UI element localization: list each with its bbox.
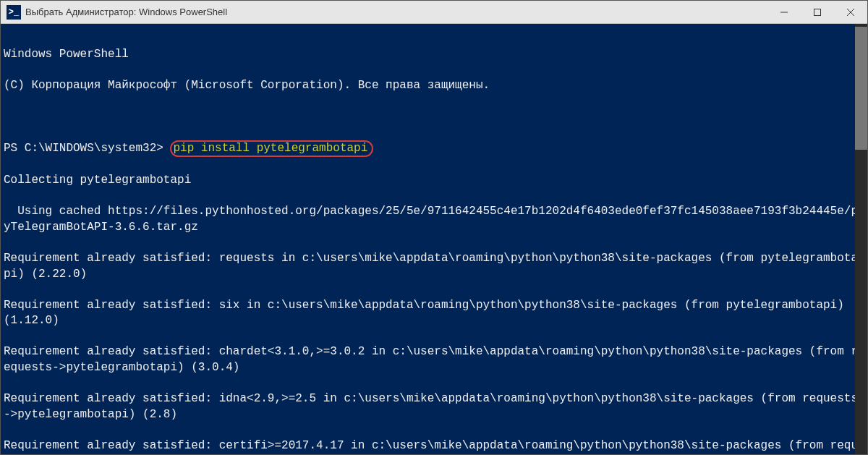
prompt-prefix: PS C:\WINDOWS\system32> [4,142,170,155]
output-line: Requirement already satisfied: idna<2.9,… [4,391,864,422]
window-title: Выбрать Администратор: Windows PowerShel… [25,7,767,17]
powershell-icon: >_ [7,5,21,20]
close-button[interactable] [834,1,867,24]
minimize-button[interactable] [767,1,801,24]
scroll-thumb[interactable] [855,27,867,150]
command-highlight: pip install pytelegrambotapi [170,140,373,157]
scrollbar[interactable] [855,24,867,454]
header-line: Windows PowerShell [4,47,864,63]
command-text: pip install pytelegrambotapi [173,142,367,155]
output-line: Requirement already satisfied: certifi>=… [4,438,864,454]
titlebar[interactable]: >_ Выбрать Администратор: Windows PowerS… [1,1,867,24]
blank-line [4,109,864,125]
output-line: Requirement already satisfied: six in c:… [4,298,864,329]
copyright-line: (C) Корпорация Майкрософт (Microsoft Cor… [4,78,864,94]
output-line: Requirement already satisfied: requests … [4,251,864,282]
output-line: Collecting pytelegrambotapi [4,173,864,189]
maximize-button[interactable] [801,1,834,24]
svg-rect-0 [814,9,821,15]
terminal-output[interactable]: Windows PowerShell (C) Корпорация Майкро… [1,24,867,454]
output-line: Using cached https://files.pythonhosted.… [4,204,864,235]
prompt-line: PS C:\WINDOWS\system32> pip install pyte… [4,140,864,157]
output-line: Requirement already satisfied: chardet<3… [4,344,864,375]
powershell-window: >_ Выбрать Администратор: Windows PowerS… [0,0,868,455]
